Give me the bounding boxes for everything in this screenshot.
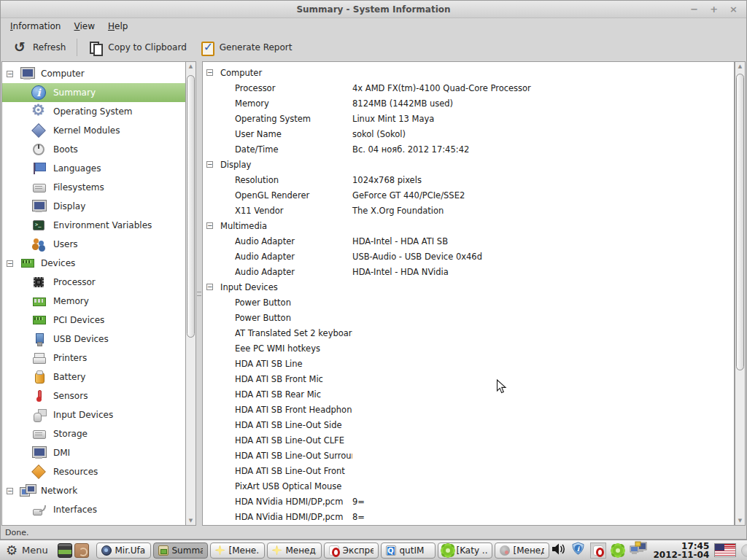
taskbar-window-qutim[interactable]: qutIM xyxy=(381,542,436,559)
keyboard-layout-flag-icon[interactable] xyxy=(714,543,736,557)
sidebar-item-kernel-modules[interactable]: Kernel Modules xyxy=(2,121,185,140)
sidebar-item-battery[interactable]: Battery xyxy=(2,368,185,386)
sidebar-item-input-devices[interactable]: Input Devices xyxy=(2,405,185,424)
maximize-button[interactable]: + xyxy=(710,4,718,15)
update-shield-icon[interactable]: i xyxy=(571,542,585,559)
info-section-multimedia[interactable]: −Multimedia xyxy=(203,218,734,233)
sidebar-item-summary[interactable]: Summary xyxy=(2,83,185,102)
info-row[interactable]: Resolution1024x768 pixels xyxy=(203,172,734,187)
taskbar-window-item[interactable]: Менед... xyxy=(267,542,322,559)
info-row[interactable]: Eee PC WMI hotkeys xyxy=(203,341,734,356)
collapse-icon[interactable]: − xyxy=(206,222,213,229)
taskbar-window-item[interactable]: [Менед... xyxy=(495,542,549,559)
sidebar-item-users[interactable]: Users xyxy=(2,235,185,254)
scroll-down-icon[interactable]: ▼ xyxy=(186,516,196,525)
pane-splitter[interactable] xyxy=(196,61,202,526)
collapse-icon[interactable]: − xyxy=(7,71,13,77)
info-row[interactable]: Operating SystemLinux Mint 13 Maya xyxy=(203,111,734,126)
collapse-icon[interactable]: − xyxy=(206,161,213,168)
sidebar-item-dmi[interactable]: DMI xyxy=(2,443,185,462)
info-row[interactable]: Date/TimeВс. 04 нояб. 2012 17:45:42 xyxy=(203,141,734,157)
taskbar-window-item[interactable]: Экспре... xyxy=(324,542,379,559)
collapse-icon[interactable]: − xyxy=(7,260,13,267)
scroll-down-icon[interactable]: ▼ xyxy=(735,516,745,525)
sidebar-item-interfaces[interactable]: Interfaces xyxy=(2,500,185,519)
collapse-icon[interactable]: − xyxy=(206,284,213,290)
close-button[interactable]: × xyxy=(729,4,738,15)
minimize-button[interactable]: − xyxy=(690,4,698,15)
sidebar-item-display[interactable]: Display xyxy=(2,197,185,216)
taskbar-window-katy[interactable]: [Katy ... xyxy=(438,542,492,559)
info-row[interactable]: HDA ATI SB Line-Out Surround xyxy=(203,448,734,463)
info-row[interactable]: Processor4x AMD FX(tm)-4100 Quad-Core Pr… xyxy=(203,80,734,96)
info-row[interactable]: User Namesokol (Sokol) xyxy=(203,126,734,141)
tray-clock[interactable]: 17:45 2012-11-04 xyxy=(654,542,710,559)
sidebar-item-storage[interactable]: Storage xyxy=(2,424,185,443)
main-scrollbar[interactable]: ▲ ▼ xyxy=(735,61,746,526)
sidebar-scrollbar-thumb[interactable] xyxy=(187,75,195,338)
network-tray-icon[interactable] xyxy=(630,541,649,560)
info-row[interactable]: HDA ATI SB Line-Out Side xyxy=(203,417,734,432)
info-row[interactable]: HDA ATI SB Rear Mic xyxy=(203,386,734,402)
icq-tray-icon[interactable] xyxy=(613,545,623,556)
info-label: Power Button xyxy=(235,298,352,308)
mint-menu-button[interactable]: Menu xyxy=(3,543,55,558)
sidebar-item-filesystems[interactable]: Filesystems xyxy=(2,178,185,197)
menu-view[interactable]: View xyxy=(67,20,101,33)
sidebar-scrollbar[interactable]: ▲ ▼ xyxy=(185,61,196,526)
sidebar-item-memory[interactable]: Memory xyxy=(2,292,185,311)
refresh-button[interactable]: Refresh xyxy=(7,37,72,58)
sidebar-item-usb-devices[interactable]: USB Devices xyxy=(2,330,185,349)
copy-to-clipboard-button[interactable]: Copy to Clipboard xyxy=(82,37,193,58)
titlebar[interactable]: Summary - System Information −+× xyxy=(1,1,746,18)
sidebar-item-environment-variables[interactable]: Environment Variables xyxy=(2,216,185,235)
info-row[interactable]: Audio AdapterHDA-Intel - HDA ATI SB xyxy=(203,233,734,249)
sidebar-item-operating-system[interactable]: Operating System xyxy=(2,102,185,121)
info-row[interactable]: Power Button xyxy=(203,295,734,310)
opera-tray-icon[interactable] xyxy=(590,542,606,559)
sidebar-item-languages[interactable]: Languages xyxy=(2,159,185,178)
info-section-display[interactable]: −Display xyxy=(203,157,734,172)
tree-node-devices[interactable]: −Devices xyxy=(2,254,185,273)
info-row[interactable]: HDA ATI SB Line xyxy=(203,356,734,371)
info-row[interactable]: HDA ATI SB Line-Out CLFE xyxy=(203,432,734,448)
info-row[interactable]: HDA ATI SB Front Mic xyxy=(203,371,734,386)
tree-node-computer[interactable]: −Computer xyxy=(2,64,185,83)
info-section-computer[interactable]: −Computer xyxy=(203,65,734,80)
info-row[interactable]: AT Translated Set 2 keyboard xyxy=(203,325,734,341)
collapse-icon[interactable]: − xyxy=(206,69,213,76)
taskbar-window-summa[interactable]: Summa... xyxy=(153,542,208,559)
collapse-icon[interactable]: − xyxy=(7,488,13,494)
tray-misc-icon[interactable] xyxy=(741,544,747,557)
info-section-input-devices[interactable]: −Input Devices xyxy=(203,279,734,295)
info-row[interactable]: Audio AdapterHDA-Intel - HDA NVidia xyxy=(203,264,734,279)
menu-information[interactable]: Information xyxy=(4,20,67,33)
generate-report-button[interactable]: Generate Report xyxy=(193,37,299,58)
tree-node-network[interactable]: −Network xyxy=(2,481,185,500)
info-row[interactable]: X11 VendorThe X.Org Foundation xyxy=(203,203,734,218)
menu-help[interactable]: Help xyxy=(101,20,134,33)
volume-icon[interactable] xyxy=(551,543,566,558)
info-row[interactable]: Memory8124MB (1442MB used) xyxy=(203,96,734,111)
info-row[interactable]: Power Button xyxy=(203,310,734,325)
info-row[interactable]: HDA NVidia HDMI/DP,pcm9= xyxy=(203,494,734,509)
sidebar-item-boots[interactable]: Boots xyxy=(2,140,185,159)
sidebar-item-pci-devices[interactable]: PCI Devices xyxy=(2,311,185,330)
sidebar-item-resources[interactable]: Resources xyxy=(2,462,185,481)
show-desktop-icon[interactable] xyxy=(58,543,72,558)
shell-icon[interactable] xyxy=(74,543,89,558)
sidebar-item-sensors[interactable]: Sensors xyxy=(2,386,185,405)
main-scrollbar-thumb[interactable] xyxy=(736,74,744,370)
info-row[interactable]: OpenGL RendererGeForce GT 440/PCIe/SSE2 xyxy=(203,187,734,203)
sidebar-item-processor[interactable]: Processor xyxy=(2,273,185,292)
info-row[interactable]: PixArt USB Optical Mouse xyxy=(203,478,734,494)
info-row[interactable]: HDA NVidia HDMI/DP,pcm8= xyxy=(203,509,734,524)
info-row[interactable]: HDA ATI SB Front Headphone xyxy=(203,402,734,417)
sidebar-item-printers[interactable]: Printers xyxy=(2,349,185,368)
scroll-up-icon[interactable]: ▲ xyxy=(186,62,196,71)
info-row[interactable]: Audio AdapterUSB-Audio - USB Device 0x46… xyxy=(203,249,734,264)
taskbar-window-item[interactable]: [Мене... xyxy=(210,542,265,559)
taskbar-window-mir-ufa[interactable]: Mir.Ufa... xyxy=(96,542,151,559)
scroll-up-icon[interactable]: ▲ xyxy=(735,62,745,71)
info-row[interactable]: HDA ATI SB Line-Out Front xyxy=(203,463,734,478)
